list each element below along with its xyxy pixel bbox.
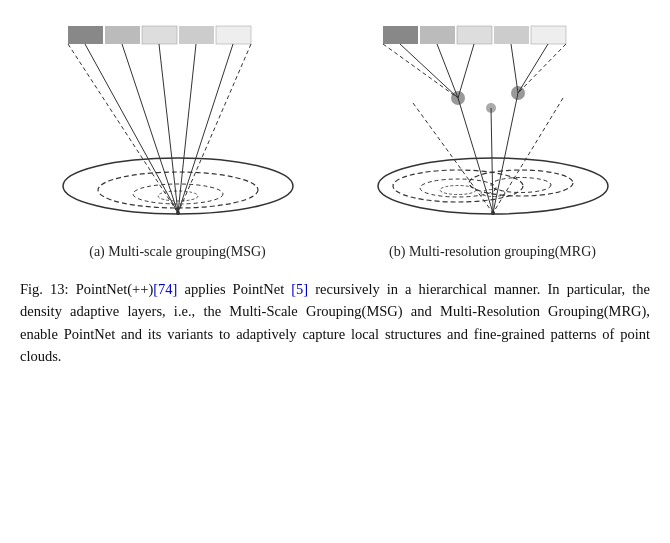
- msg-line5: [178, 44, 233, 213]
- mrg-ld2: [493, 93, 518, 213]
- msg-bar3: [142, 26, 177, 44]
- mrg-l3: [458, 44, 474, 98]
- mrg-l1: [400, 44, 458, 98]
- mrg-bar1: [383, 26, 418, 44]
- msg-line4: [178, 44, 196, 213]
- mrg-bar2: [420, 26, 455, 44]
- msg-ellipse-mid: [98, 172, 258, 208]
- mrg-caption: (b) Multi-resolution grouping(MRG): [389, 244, 596, 260]
- msg-caption: (a) Multi-scale grouping(MSG): [89, 244, 266, 260]
- mrg-r2: [518, 44, 548, 93]
- figures-row: (a) Multi-scale grouping(MSG): [20, 10, 650, 260]
- page-container: (a) Multi-scale grouping(MSG): [0, 0, 670, 543]
- msg-center-dot: [176, 211, 180, 215]
- mrg-ellipse-right-outer: [469, 170, 573, 196]
- mrg-svg: [353, 18, 633, 238]
- msg-dline-r: [178, 44, 251, 213]
- caption-label: Fig. 13:: [20, 281, 69, 297]
- mrg-ellipse-left-mid: [420, 179, 496, 197]
- figure-msg: (a) Multi-scale grouping(MSG): [38, 18, 318, 260]
- msg-bar4: [179, 26, 214, 44]
- caption-body: PointNet(++)[74] applies PointNet [5] re…: [20, 281, 650, 364]
- msg-ellipse-tiny: [158, 191, 198, 201]
- mrg-dr1: [518, 44, 566, 93]
- ref-74: [74]: [153, 281, 177, 297]
- msg-bar2: [105, 26, 140, 44]
- mrg-center-dot: [491, 211, 495, 215]
- figure-mrg: (b) Multi-resolution grouping(MRG): [353, 18, 633, 260]
- ref-5: [5]: [291, 281, 308, 297]
- msg-svg: [38, 18, 318, 238]
- figure-caption-block: Fig. 13: PointNet(++)[74] applies PointN…: [20, 278, 650, 368]
- msg-line2: [122, 44, 178, 213]
- msg-bar1: [68, 26, 103, 44]
- mrg-dl1: [383, 44, 458, 98]
- mrg-bar3: [457, 26, 492, 44]
- mrg-bar4: [494, 26, 529, 44]
- mrg-ld3: [491, 108, 493, 213]
- msg-bar5: [216, 26, 251, 44]
- mrg-ellipse-left-outer: [393, 170, 523, 202]
- mrg-bar5: [531, 26, 566, 44]
- mrg-r1: [511, 44, 518, 93]
- msg-ellipse-outer: [63, 158, 293, 214]
